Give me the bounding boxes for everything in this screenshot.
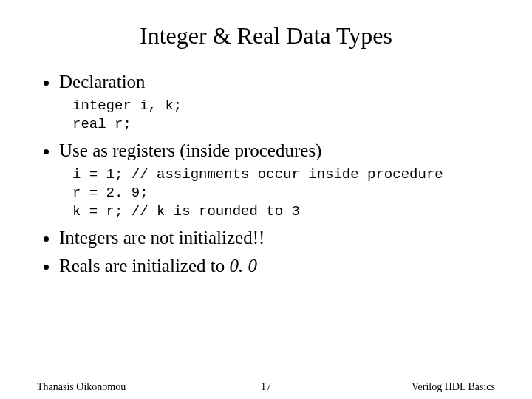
code-block-declaration: integer i, k; real r;	[72, 97, 495, 133]
code-block-assignments: i = 1; // assignments occur inside proce…	[72, 166, 495, 220]
slide: Integer & Real Data Types Declaration in…	[0, 0, 532, 399]
bullet-list: Use as registers (inside procedures)	[37, 140, 495, 161]
footer-course: Verilog HDL Basics	[412, 381, 495, 393]
bullet-list: Integers are not initialized!! Reals are…	[37, 228, 495, 276]
bullet-text: Integers are not initialized!!	[59, 228, 265, 248]
bullet-integers-init: Integers are not initialized!!	[59, 228, 495, 248]
bullet-reals-init: Reals are initialized to 0. 0	[59, 256, 495, 276]
bullet-declaration: Declaration	[59, 72, 495, 92]
bullet-text: Use as registers (inside procedures)	[59, 140, 321, 160]
slide-title: Integer & Real Data Types	[37, 22, 495, 50]
bullet-list: Declaration	[37, 72, 495, 92]
italic-value: 0. 0	[229, 256, 257, 276]
bullet-text: Declaration	[59, 72, 146, 92]
bullet-registers: Use as registers (inside procedures)	[59, 140, 495, 161]
bullet-text: Reals are initialized to	[59, 256, 229, 276]
